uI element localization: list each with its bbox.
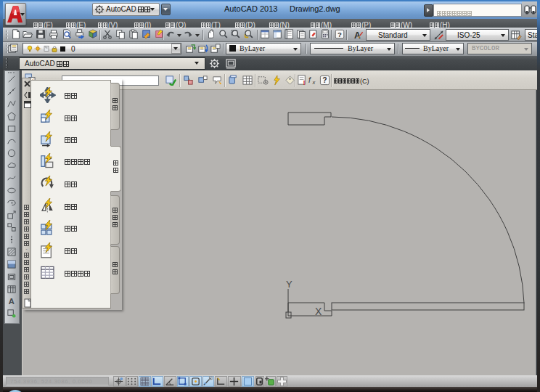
svg-text:Y: Y bbox=[286, 279, 292, 290]
svg-text:?: ? bbox=[338, 30, 342, 38]
svg-text:X: X bbox=[315, 306, 322, 317]
svg-text:A: A bbox=[9, 297, 15, 306]
svg-text:A: A bbox=[354, 30, 361, 41]
svg-text:!: ! bbox=[303, 79, 305, 86]
svg-text:?: ? bbox=[322, 76, 327, 84]
svg-text:f: f bbox=[308, 76, 311, 84]
svg-text:x: x bbox=[312, 79, 316, 86]
